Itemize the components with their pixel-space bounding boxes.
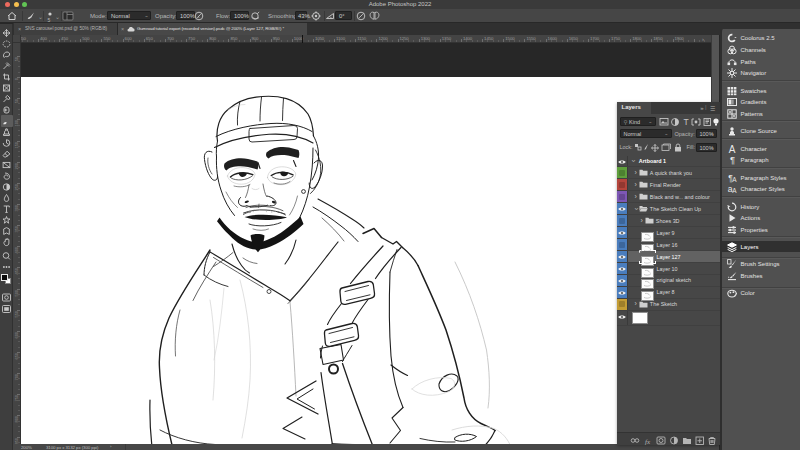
svg-text:A: A (728, 144, 735, 154)
svg-text:fx: fx (645, 438, 651, 446)
svg-text:A: A (732, 176, 737, 183)
svg-text:¶: ¶ (729, 155, 734, 165)
svg-text:⌄: ⌄ (55, 14, 60, 20)
svg-text:A: A (732, 187, 737, 194)
svg-text:5: 5 (48, 17, 51, 23)
svg-text:T: T (683, 117, 688, 127)
